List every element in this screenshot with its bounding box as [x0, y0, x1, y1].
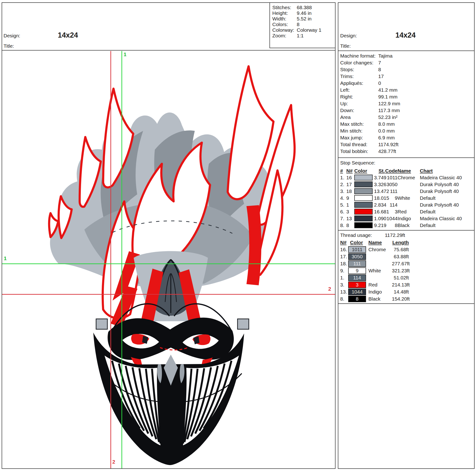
stat-colors: Colors:8 — [272, 22, 335, 27]
thread-usage-row: 3.3Red214.13ft — [338, 281, 474, 288]
color-swatch: 8 — [348, 296, 366, 302]
stop-sequence-row: 2.173.3263050Durak Polysoft 40 — [338, 181, 474, 188]
machine-info-row: Total bobbin:428.77ft — [340, 148, 474, 155]
thread-usage-row: 1.11451.02ft — [338, 274, 474, 281]
stat-colorway: Colorway:Colorway 1 — [272, 27, 335, 33]
info-page: Design: 14x24 Title: Machine format:Taji… — [338, 2, 475, 469]
thread-usage-title: Thread usage: 1172.29ft — [340, 231, 474, 239]
stat-zoom: Zoom:1:1 — [272, 33, 335, 38]
machine-info-row: Max jump:6.9 mm — [340, 134, 474, 141]
guide-line-vertical-green — [121, 51, 122, 468]
design-stats-box: Stitches:68.388 Height:9.46 in Width:5.5… — [270, 3, 335, 48]
design-label: Design: — [3, 33, 20, 38]
color-swatch: 1044 — [348, 289, 366, 295]
design-canvas: 1 1 2 2 — [2, 51, 335, 468]
thread-usage-row: 18.111277.67ft — [338, 260, 474, 267]
color-swatch — [354, 188, 373, 194]
stat-width: Width:5.52 in — [272, 16, 335, 22]
color-swatch: 3 — [348, 281, 366, 288]
stop-sequence-header: # N# Color St. Code Name Chart — [338, 167, 474, 174]
machine-info-row: Left:41.2 mm — [340, 87, 474, 93]
right-page-header: Design: 14x24 Title: — [338, 3, 474, 51]
design-name: 14x24 — [42, 31, 94, 39]
notes-empty-area — [338, 304, 474, 468]
machine-info-row: Color changes:7 — [340, 59, 474, 66]
color-swatch — [354, 181, 373, 187]
stop-sequence-row: 6.316.6813RedDefault — [338, 208, 474, 215]
color-swatch: 9 — [348, 267, 366, 274]
color-swatch — [354, 222, 373, 228]
guide-line-horizontal-red — [2, 294, 335, 295]
machine-info-row: Area52.23 in² — [340, 114, 474, 121]
thread-usage-row: 13.1044Indigo14.48ft — [338, 288, 474, 296]
guide-label-1-left: 1 — [4, 255, 7, 261]
machine-info-row: Max stitch:8.0 mm — [340, 121, 474, 127]
thread-usage-row: 17.305063.88ft — [338, 253, 474, 260]
color-swatch — [354, 195, 373, 201]
stop-sequence-row: 5.12.834114Durak Polysoft 40 — [338, 201, 474, 208]
stop-sequence-row: 3.1813.472111Durak Polysoft 40 — [338, 188, 474, 194]
guide-line-vertical-red — [110, 51, 111, 468]
machine-info-row: Down:117.3 mm — [340, 107, 474, 114]
guide-label-2-bottom: 2 — [112, 459, 115, 465]
machine-info-row: Machine format:Tajima — [340, 52, 474, 59]
left-page-header: Design: 14x24 Title: Stitches:68.388 Hei… — [2, 3, 335, 51]
machine-info-row: Min stitch:0.0 mm — [340, 127, 474, 134]
design-preview-art — [2, 51, 335, 468]
machine-info-row: Trims:17 — [340, 73, 474, 80]
stat-stitches: Stitches:68.388 — [272, 5, 335, 10]
thread-usage-box: Thread usage: 1172.29ft N# Color Name Le… — [338, 230, 474, 304]
stop-sequence-row: 8.89.2198BlackDefault — [338, 222, 474, 229]
guide-label-1-top: 1 — [124, 52, 126, 58]
machine-info-row: Appliqués:0 — [340, 80, 474, 87]
guide-label-2-right: 2 — [328, 286, 331, 292]
color-swatch — [354, 202, 373, 208]
color-swatch: 1011 — [348, 246, 366, 253]
machine-info-box: Machine format:Tajima Color changes:7 St… — [338, 51, 474, 158]
stop-sequence-row: 1.163.7491011ChromeMadeira Classic 40 — [338, 174, 474, 181]
title-label: Title: — [340, 43, 351, 49]
guide-line-horizontal-green — [2, 263, 335, 264]
stop-sequence-row: 4.918.0159WhiteDefault — [338, 194, 474, 201]
stop-sequence-row: 7.131.0901044IndigoMadeira Classic 40 — [338, 215, 474, 222]
color-swatch: 114 — [348, 275, 366, 281]
color-swatch: 3050 — [348, 253, 366, 260]
stop-sequence-box: Stop Sequence: # N# Color St. Code Name … — [338, 158, 474, 230]
stop-sequence-title: Stop Sequence: — [340, 159, 474, 167]
stat-height: Height:9.46 in — [272, 10, 335, 16]
color-swatch: 111 — [348, 260, 366, 267]
thread-usage-total: 1172.29ft — [385, 231, 405, 239]
machine-info-row: Right:99.1 mm — [340, 93, 474, 100]
color-swatch — [354, 209, 373, 215]
machine-info-row: Up:122.9 mm — [340, 100, 474, 107]
title-label: Title: — [3, 43, 14, 49]
design-page: Design: 14x24 Title: Stitches:68.388 Hei… — [2, 2, 336, 469]
color-swatch — [354, 215, 373, 221]
design-name: 14x24 — [382, 31, 429, 39]
thread-usage-header: N# Color Name Length — [338, 239, 474, 246]
thread-usage-row: 9.9White321.23ft — [338, 267, 474, 274]
thread-usage-row: 16.1011Chrome75.68ft — [338, 246, 474, 253]
design-label: Design: — [340, 33, 357, 38]
thread-usage-row: 8.8Black154.20ft — [338, 296, 474, 302]
machine-info-row: Total thread:1174.92ft — [340, 141, 474, 148]
color-swatch — [354, 174, 373, 180]
machine-info-row: Stops:8 — [340, 66, 474, 73]
